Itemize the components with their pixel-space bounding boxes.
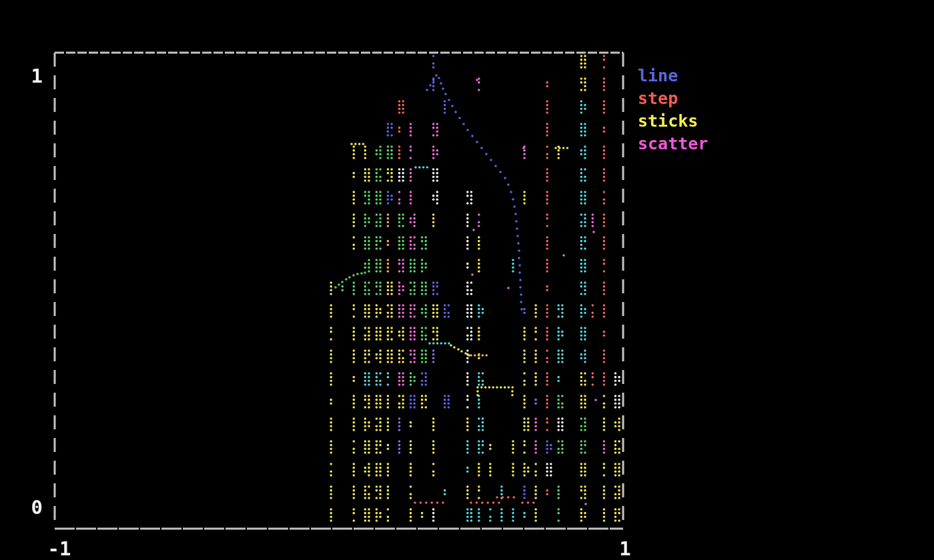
legend-item-sticks: sticks: [638, 110, 708, 133]
legend-item-step: step: [638, 87, 708, 110]
x-axis-tick-label-right: 1: [606, 537, 644, 560]
x-axis-tick-label-left: -1: [40, 537, 79, 560]
legend-item-scatter: scatter: [638, 133, 708, 155]
legend-item-line: line: [638, 65, 708, 87]
plot-canvas: [0, 0, 934, 560]
terminal-plot-screen: 1 0 -1 1 line step sticks scatter: [0, 0, 934, 560]
y-axis-tick-label-top: 1: [19, 65, 43, 87]
y-axis-tick-label-bottom: 0: [19, 496, 43, 519]
legend: line step sticks scatter: [638, 65, 708, 155]
